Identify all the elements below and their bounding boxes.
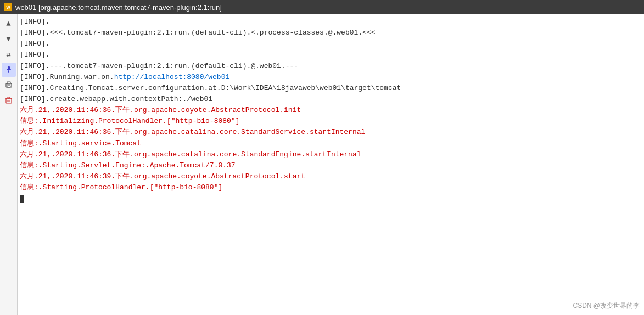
log-line: [INFO].---.tomcat7-maven-plugin:2.1:run.… (20, 61, 640, 72)
pin-icon (5, 66, 13, 74)
log-line: [INFO].create.webapp.with.contextPath:./… (20, 94, 640, 105)
log-line: 六月.21,.2020.11:46:36.下午.org.apache.catal… (20, 127, 640, 138)
scroll-down-button[interactable]: ▼ (2, 32, 16, 46)
left-toolbar: ▲ ▼ ⇄ (0, 14, 18, 315)
log-line: 信息:.Starting.Servlet.Engine:.Apache.Tomc… (20, 160, 640, 171)
app-icon: w (4, 3, 12, 11)
pin-button[interactable] (2, 63, 16, 77)
svg-rect-5 (7, 86, 10, 87)
window-title: web01 [org.apache.tomcat.maven:tomcat7-m… (15, 3, 222, 12)
print-button[interactable] (2, 78, 16, 92)
print-icon (5, 81, 13, 89)
log-line: [INFO].<<<.tomcat7-maven-plugin:2.1:run.… (20, 27, 640, 38)
log-line: [INFO]. (20, 38, 640, 49)
title-bar: w web01 [org.apache.tomcat.maven:tomcat7… (0, 0, 644, 14)
svg-rect-9 (8, 97, 10, 98)
log-line: 信息:.Starting.service.Tomcat (20, 138, 640, 149)
log-link[interactable]: http://localhost:8080/web01 (114, 73, 230, 81)
log-line: [INFO].Creating.Tomcat.server.configurat… (20, 83, 640, 94)
svg-point-6 (10, 85, 11, 86)
log-line: 信息:.Initializing.ProtocolHandler.["http-… (20, 116, 640, 127)
watermark: CSDN @改变世界的李 (573, 301, 640, 311)
log-line: 六月.21,.2020.11:46:39.下午.org.apache.coyot… (20, 171, 640, 182)
log-line: 六月.21,.2020.11:46:36.下午.org.apache.catal… (20, 149, 640, 160)
delete-button[interactable] (2, 93, 16, 108)
delete-icon (5, 97, 13, 104)
cursor-line (20, 193, 640, 204)
log-line: 信息:.Starting.ProtocolHandler.["http-bio-… (20, 182, 640, 193)
content-area: ▲ ▼ ⇄ (0, 14, 644, 315)
main-window: w web01 [org.apache.tomcat.maven:tomcat7… (0, 0, 644, 315)
log-line: [INFO].Running.war.on.http://localhost:8… (20, 72, 640, 83)
svg-rect-1 (7, 69, 11, 70)
log-panel[interactable]: [INFO].[INFO].<<<.tomcat7-maven-plugin:2… (18, 14, 644, 315)
log-line: [INFO]. (20, 49, 640, 60)
scroll-up-button[interactable]: ▲ (2, 16, 16, 31)
log-line: 六月.21,.2020.11:46:36.下午.org.apache.coyot… (20, 105, 640, 116)
log-line: [INFO]. (20, 16, 640, 27)
svg-rect-2 (8, 70, 9, 73)
wrap-button[interactable]: ⇄ (2, 47, 16, 61)
